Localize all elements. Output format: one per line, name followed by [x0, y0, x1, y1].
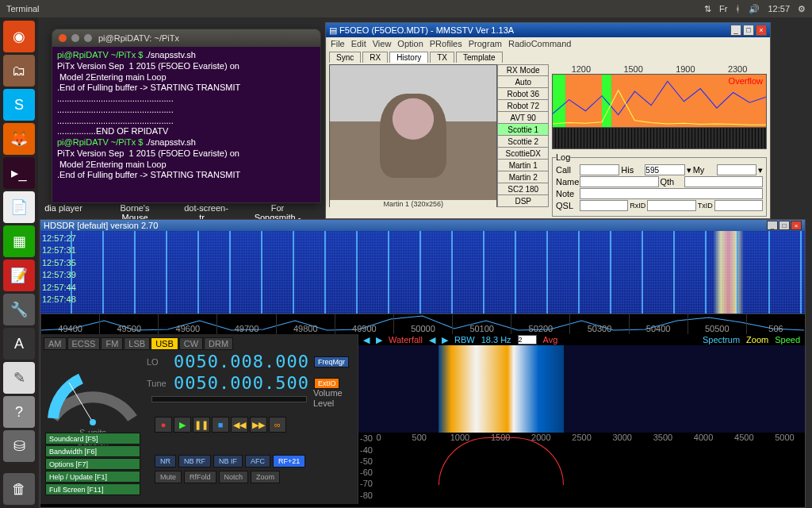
- name-input[interactable]: [580, 176, 659, 187]
- mode-am[interactable]: AM: [44, 337, 67, 350]
- stop-button[interactable]: ■: [212, 417, 229, 433]
- mode-usb[interactable]: USB: [151, 337, 178, 350]
- note-input[interactable]: [580, 188, 763, 199]
- call-input[interactable]: [580, 164, 619, 175]
- mode-fm[interactable]: FM: [101, 337, 123, 350]
- launcher-trash[interactable]: 🗑: [3, 473, 35, 505]
- rf-spectrum-axis[interactable]: 4940049500496004970049800499005000050100…: [40, 314, 805, 334]
- waterfall-label[interactable]: Waterfall: [389, 335, 423, 344]
- chevron-right-icon[interactable]: ▶: [442, 335, 448, 345]
- chevron-right-icon[interactable]: ▶: [376, 335, 382, 345]
- menu-item[interactable]: Option: [397, 39, 423, 48]
- option-button[interactable]: Options [F7]: [45, 458, 140, 470]
- mode-ecss[interactable]: ECSS: [67, 337, 101, 350]
- lang-indicator[interactable]: Fr: [719, 4, 727, 13]
- launcher-disk[interactable]: ⛁: [3, 430, 35, 462]
- terminal-titlebar[interactable]: pi@RpiDATV: ~/PiTx: [52, 29, 320, 47]
- maximize-button[interactable]: □: [779, 221, 790, 230]
- menu-item[interactable]: File: [331, 39, 345, 48]
- dsp-button[interactable]: RF+21: [273, 455, 305, 468]
- tune-slider[interactable]: [151, 396, 307, 402]
- mode-button[interactable]: Scottie 2: [497, 135, 549, 148]
- his-input[interactable]: [645, 164, 684, 175]
- dsp-button[interactable]: NB IF: [213, 455, 243, 468]
- chevron-left-icon[interactable]: ◀: [429, 335, 435, 345]
- tab-sync[interactable]: Sync: [329, 52, 361, 63]
- option-button[interactable]: Soundcard [F5]: [45, 433, 140, 444]
- volume-icon[interactable]: 🔊: [749, 4, 760, 14]
- rf-waterfall[interactable]: 12:57:2712:57:3112:57:3512:57:3912:57:44…: [40, 231, 805, 314]
- bluetooth-icon[interactable]: ᚼ: [735, 4, 741, 13]
- hdsdr-titlebar[interactable]: HDSDR [default] version 2.70 _□×: [40, 220, 805, 231]
- loop-button[interactable]: ∞: [269, 417, 286, 433]
- extio-button[interactable]: ExtIO: [314, 378, 340, 389]
- launcher-help[interactable]: ?: [3, 396, 35, 428]
- dsp-button[interactable]: Zoom: [251, 471, 280, 483]
- mode-button[interactable]: Scottie 1: [497, 123, 549, 136]
- qsl-input[interactable]: [580, 200, 628, 211]
- mode-button[interactable]: Robot 36: [497, 87, 549, 100]
- launcher-terminal[interactable]: ▸_: [3, 157, 35, 189]
- qth-input[interactable]: [684, 176, 764, 187]
- mode-button[interactable]: Robot 72: [497, 99, 549, 112]
- menu-item[interactable]: Edit: [351, 39, 366, 48]
- mode-button[interactable]: Martin 2: [497, 171, 549, 183]
- dsp-button[interactable]: NB RF: [178, 455, 211, 468]
- launcher-writer[interactable]: 📝: [3, 260, 35, 291]
- forward-button[interactable]: ▶▶: [250, 417, 267, 433]
- minimize-button[interactable]: _: [767, 221, 778, 230]
- rbw-input[interactable]: [518, 335, 537, 344]
- audio-waterfall[interactable]: [358, 345, 805, 433]
- rxid-input[interactable]: [647, 200, 695, 211]
- my-dropdown-icon[interactable]: ▾: [758, 165, 763, 175]
- terminal-body[interactable]: pi@RpiDATV ~/PiTx $ ./snapsstv.shPiTx Ve…: [52, 47, 320, 184]
- clock[interactable]: 12:57: [768, 4, 790, 13]
- mode-button[interactable]: DSP: [497, 194, 549, 207]
- launcher-updater[interactable]: A: [3, 328, 35, 360]
- launcher-notes[interactable]: ✎: [3, 362, 35, 394]
- mode-drm[interactable]: DRM: [204, 337, 233, 350]
- minimize-icon[interactable]: [71, 34, 79, 42]
- tab-history[interactable]: History: [389, 52, 428, 63]
- tune-value[interactable]: 0050.000.500: [174, 373, 309, 393]
- mode-lsb[interactable]: LSB: [124, 337, 150, 350]
- launcher-firefox[interactable]: 🦊: [3, 123, 35, 155]
- gear-icon[interactable]: ⚙: [798, 4, 806, 14]
- record-button[interactable]: ●: [155, 417, 172, 433]
- launcher-skype[interactable]: S: [3, 89, 35, 121]
- filter-shape[interactable]: [439, 437, 564, 485]
- option-button[interactable]: Full Screen [F11]: [45, 483, 140, 495]
- network-icon[interactable]: ⇅: [704, 4, 711, 14]
- tab-template[interactable]: Template: [456, 52, 503, 63]
- option-button[interactable]: Bandwidth [F6]: [45, 445, 140, 457]
- freqmgr-button[interactable]: FreqMgr: [314, 356, 349, 368]
- mode-button[interactable]: Martin 1: [497, 159, 549, 171]
- rewind-button[interactable]: ◀◀: [231, 417, 248, 433]
- dsp-button[interactable]: Notch: [219, 471, 249, 483]
- close-icon[interactable]: [59, 34, 67, 42]
- mode-button[interactable]: ScottieDX: [497, 147, 549, 160]
- speed-label[interactable]: Speed: [775, 335, 800, 344]
- his-dropdown-icon[interactable]: ▾: [687, 165, 691, 175]
- tab-rx[interactable]: RX: [362, 52, 388, 63]
- zoom-label[interactable]: Zoom: [746, 335, 768, 344]
- menu-item[interactable]: PRofiles: [430, 39, 462, 48]
- mode-cw[interactable]: CW: [179, 337, 203, 350]
- txid-input[interactable]: [714, 200, 763, 211]
- spectrum-label[interactable]: Spectrum: [703, 335, 740, 344]
- tab-tx[interactable]: TX: [430, 52, 454, 63]
- maximize-button[interactable]: □: [743, 25, 754, 36]
- dsp-button[interactable]: Mute: [155, 471, 182, 483]
- launcher-document[interactable]: 📄: [3, 191, 35, 223]
- launcher-settings[interactable]: 🔧: [3, 294, 35, 325]
- maximize-icon[interactable]: [84, 34, 92, 42]
- mode-button[interactable]: Auto: [497, 75, 549, 88]
- close-button[interactable]: ×: [791, 221, 802, 230]
- mode-button[interactable]: SC2 180: [497, 183, 549, 195]
- my-input[interactable]: [717, 164, 756, 175]
- minimize-button[interactable]: _: [730, 25, 741, 36]
- close-button[interactable]: ×: [756, 25, 767, 36]
- option-button[interactable]: Help / Update [F1]: [45, 471, 140, 483]
- mmsstv-titlebar[interactable]: ▤ F5OEO (F5OEO.MDT) - MMSSTV Ver 1.13A _…: [326, 23, 770, 37]
- dsp-button[interactable]: RfFold: [184, 471, 216, 483]
